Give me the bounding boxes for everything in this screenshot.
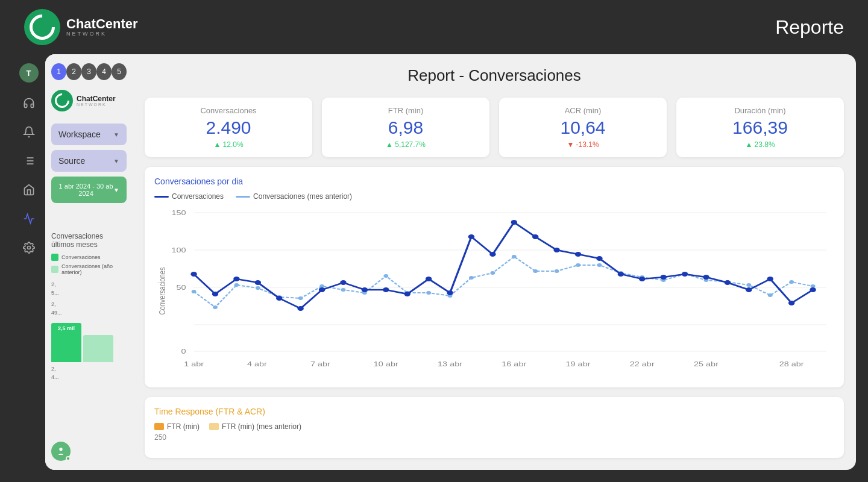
line-chart-title: Conversaciones por dia [154,177,834,186]
nav-home-icon[interactable] [20,181,37,198]
bar-bottom-labels: 2, 4... [51,365,127,382]
svg-point-53 [297,306,303,311]
legend-row-1: Conversaciones [51,254,127,261]
svg-point-62 [489,252,495,257]
top-header: ChatCenter NETWORK Reporte [0,0,868,54]
kpi-label-1: FTR (min) [333,106,479,115]
svg-point-31 [469,276,474,280]
kpi-change-2: ▼ -13.1% [510,140,656,149]
svg-point-69 [639,277,645,281]
svg-point-27 [383,274,388,278]
main-content: Report - Conversaciones Conversaciones 2… [133,54,856,470]
svg-point-46 [789,280,794,284]
svg-text:Conversaciones: Conversaciones [157,268,168,315]
svg-point-20 [234,283,239,287]
svg-point-48 [190,272,197,277]
ftr-y-label: 250 [154,433,834,442]
nav-headset-icon[interactable] [20,95,37,111]
svg-point-72 [703,275,709,280]
nav-num-1[interactable]: 1 [51,63,66,80]
svg-point-19 [213,305,218,309]
svg-point-56 [362,287,368,292]
svg-point-64 [532,234,538,239]
header-title: Reporte [775,16,844,39]
online-status-dot [66,456,71,461]
legend-line-2 [236,196,250,198]
svg-point-76 [788,301,794,305]
kpi-value-0: 2.490 [156,117,301,138]
svg-point-29 [426,291,431,295]
svg-point-77 [810,287,816,292]
bar-value-label: 2,5 mil [58,325,75,331]
svg-point-32 [490,271,495,275]
svg-point-25 [341,288,346,292]
svg-point-71 [682,272,688,277]
svg-point-55 [340,280,346,285]
svg-point-70 [660,275,666,280]
sidebar-logo-text: ChatCenter NETWORK [77,95,116,107]
svg-point-36 [576,263,580,267]
svg-point-33 [512,255,517,258]
kpi-change-0: ▲ 12.0% [156,140,301,149]
legend-dot-1 [51,254,58,261]
bar-2 [83,335,113,362]
nav-list-icon[interactable] [20,152,37,169]
svg-text:16 abr: 16 abr [502,360,527,368]
svg-point-37 [597,263,602,267]
svg-point-44 [746,283,751,287]
date-chevron-icon: ▼ [113,187,119,193]
user-avatar-bottom[interactable] [51,442,71,461]
svg-text:19 abr: 19 abr [566,360,591,368]
date-range-button[interactable]: 1 abr 2024 - 30 ab 2024 ▼ [51,177,127,203]
kpi-card-conversaciones: Conversaciones 2.490 ▲ 12.0% [145,98,312,157]
user-avatar-top[interactable]: T [19,63,39,83]
sidebar-section-label: Conversaciones últimos meses [51,232,127,249]
nav-num-5[interactable]: 5 [112,63,127,80]
legend-item-1: Conversaciones [154,192,224,201]
svg-point-35 [555,269,559,273]
svg-text:50: 50 [176,284,186,292]
svg-point-75 [767,277,773,281]
svg-point-65 [553,248,559,252]
workspace-chevron-icon: ▼ [113,131,119,138]
nav-num-4[interactable]: 4 [96,63,112,80]
svg-point-23 [298,296,303,300]
kpi-label-3: Duración (min) [687,106,833,115]
ftr-legend-item-1: FTR (min) [154,422,200,431]
svg-text:13 abr: 13 abr [438,360,463,368]
kpi-card-duracion: Duración (min) 166,39 ▲ 23.8% [676,98,844,157]
svg-point-51 [255,280,261,285]
kpi-change-1: ▲ 5,127.7% [333,140,479,149]
kpi-label-2: ACR (min) [510,106,656,115]
chart-legend: Conversaciones Conversaciones (mes anter… [154,192,834,201]
mini-bar-chart: 2,5 mil [51,320,127,362]
svg-point-7 [59,448,62,451]
nav-bell-icon[interactable] [20,124,37,140]
kpi-value-3: 166,39 [687,117,833,138]
ftr-legend-color-2 [209,423,219,430]
svg-text:7 abr: 7 abr [310,360,331,368]
svg-point-73 [725,280,731,285]
line-chart-section: Conversaciones por dia Conversaciones Co… [145,167,844,387]
kpi-card-acr: ACR (min) 10,64 ▼ -13.1% [499,98,667,157]
line-chart-container: 150 100 50 0 Conversaciones [154,207,834,378]
nav-chart-icon[interactable] [20,210,37,227]
bar-y-labels: 2, 5... 2, 49... [51,280,127,318]
svg-point-6 [27,246,30,249]
header-logo: ChatCenter NETWORK [24,9,138,45]
nav-num-3[interactable]: 3 [81,63,96,80]
nav-settings-icon[interactable] [20,239,37,256]
ftr-title: Time Response (FTR & ACR) [154,407,834,416]
page-title: Report - Conversaciones [145,66,844,85]
kpi-label-0: Conversaciones [156,106,301,115]
workspace-dropdown[interactable]: Workspace ▼ [51,124,127,145]
svg-point-52 [276,296,282,301]
svg-point-18 [192,290,197,293]
svg-text:4 abr: 4 abr [247,360,268,368]
nav-num-2[interactable]: 2 [66,63,81,80]
sidebar-bottom-section: Conversaciones últimos meses Conversacio… [51,220,127,381]
source-dropdown[interactable]: Source ▼ [51,150,127,172]
svg-point-45 [768,293,773,297]
kpi-card-ftr: FTR (min) 6,98 ▲ 5,127.7% [322,98,489,157]
icon-sidebar: T [12,54,45,470]
